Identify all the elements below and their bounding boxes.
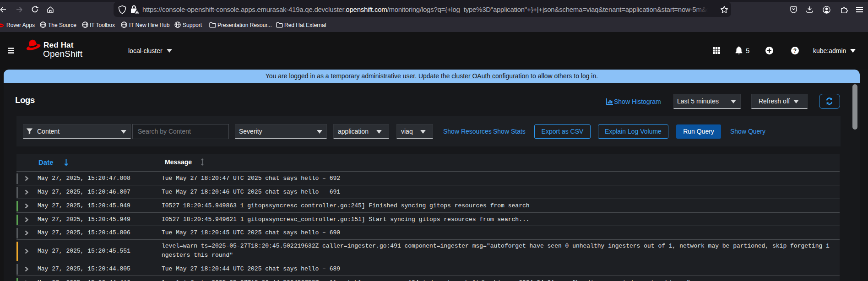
svg-text:?: ? [793,48,797,54]
